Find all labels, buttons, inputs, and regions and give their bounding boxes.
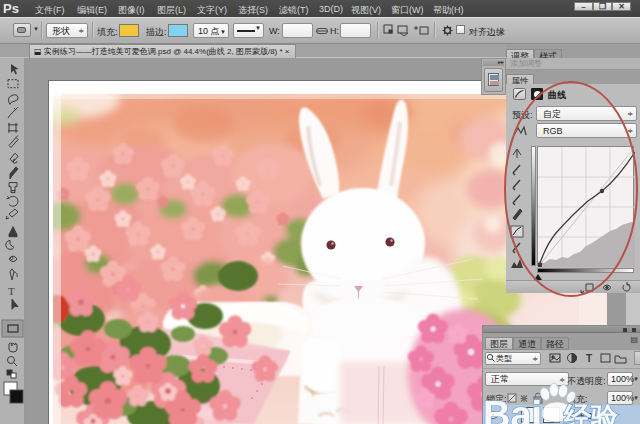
svg-text:T: T: [586, 353, 592, 364]
svg-text:T: T: [8, 285, 15, 297]
